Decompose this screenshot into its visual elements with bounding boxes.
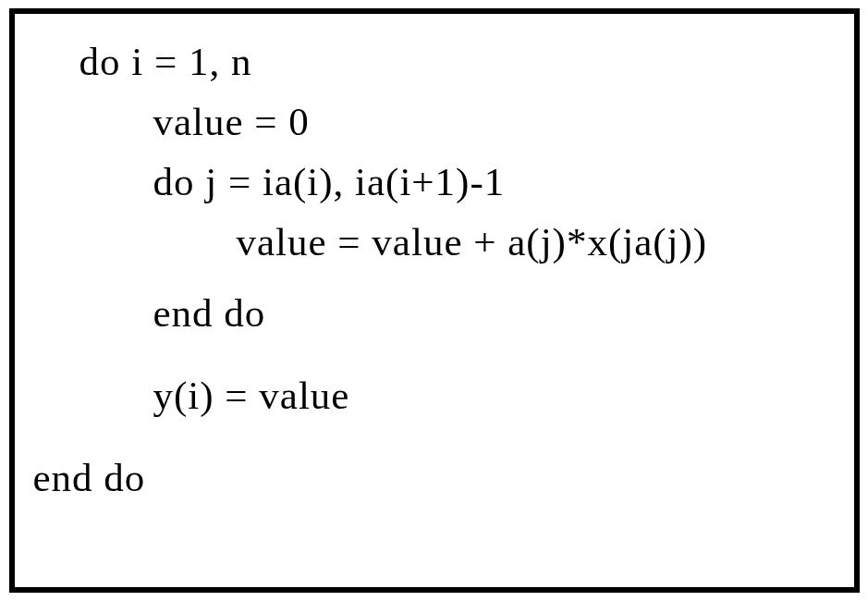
code-line-1: do i = 1, n xyxy=(33,42,836,81)
code-line-2: value = 0 xyxy=(33,102,836,141)
code-line-5: end do xyxy=(33,293,836,333)
code-line-6: y(i) = value xyxy=(33,375,836,415)
code-line-3: do j = ia(i), ia(i+1)-1 xyxy=(33,162,836,202)
code-line-7: end do xyxy=(33,458,836,497)
code-container: do i = 1, n value = 0 do j = ia(i), ia(i… xyxy=(9,8,860,593)
code-line-4: value = value + a(j)*x(ja(j)) xyxy=(33,222,836,262)
